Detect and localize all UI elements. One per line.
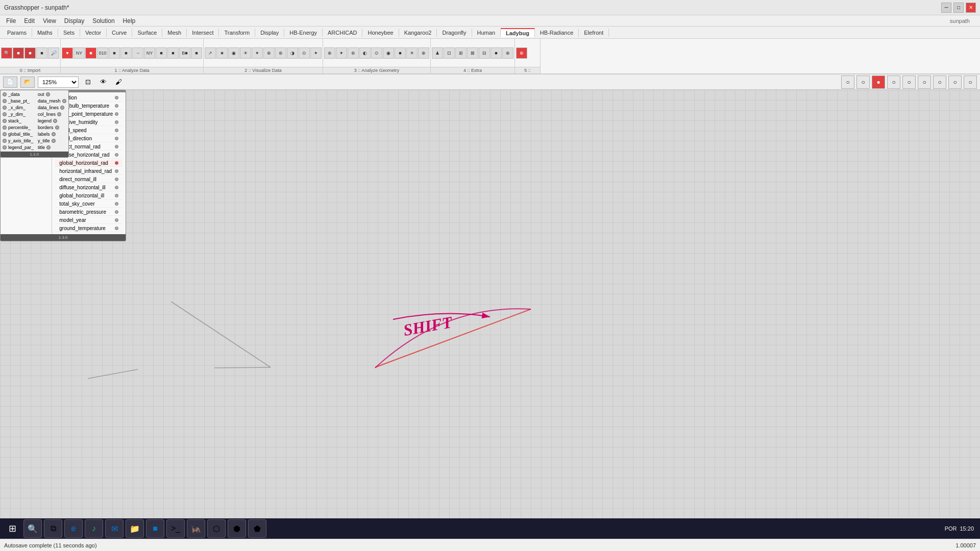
grasshopper-canvas[interactable]: _useStartToggle False _epw_map Output 1.… [0,90,980,539]
tb-icon-3-1[interactable]: ✦ [336,47,347,59]
maximize-button[interactable]: □ [953,3,964,13]
tab-vector[interactable]: Vector [80,29,107,37]
tb-icon-0-0[interactable]: 🔍 [1,47,12,59]
tb-icon-2-3[interactable]: ☀ [240,47,251,59]
tab-hb-radiance[interactable]: HB-Radiance [535,29,579,37]
tab-curve[interactable]: Curve [107,29,132,37]
taskbar-spotify[interactable]: ♪ [85,519,103,538]
tb-icon-0-3[interactable]: ■ [36,47,47,59]
tb-icon-2-2[interactable]: ◉ [228,47,239,59]
menu-view[interactable]: View [39,16,60,26]
tb-icon-2-8[interactable]: ⊙ [299,47,310,59]
tab-surface[interactable]: Surface [132,29,162,37]
tb-icon-3-7[interactable]: ☀ [406,47,418,59]
tb-icon-4-2[interactable]: ⊞ [455,47,467,59]
tab-maths[interactable]: Maths [32,29,58,37]
tab-dragonfly[interactable]: Dragonfly [437,29,472,37]
taskbar-edge[interactable]: e [64,519,83,538]
tab-sets[interactable]: Sets [58,29,80,37]
view-btn-6[interactable]: ○ [933,76,946,89]
tab-honeybee[interactable]: Honeybee [362,29,399,37]
tb-icon-2-0[interactable]: ↗ [205,47,216,59]
minimize-button[interactable]: ─ [941,3,951,13]
tab-mesh[interactable]: Mesh [162,29,187,37]
taskbar-task-view[interactable]: ⧉ [44,519,62,538]
menu-display[interactable]: Display [60,16,88,26]
zoom-select[interactable]: 125% 100% 75% 50% [38,77,79,88]
tb-icon-1-9[interactable]: ■ [167,47,179,59]
menu-solution[interactable]: Solution [88,16,118,26]
tb-icon-4-3[interactable]: ⊠ [467,47,478,59]
tb-icon-1-3[interactable]: 010 [97,47,108,59]
tb-icon-1-2[interactable]: ■ [85,47,96,59]
view-btn-4[interactable]: ○ [902,76,916,89]
tb-icon-1-5[interactable]: ■ [120,47,132,59]
view-btn-7[interactable]: ○ [948,76,962,89]
tb-icon-2-1[interactable]: ★ [216,47,228,59]
tb-icon-3-5[interactable]: ◉ [383,47,394,59]
tb-icon-2-9[interactable]: ✦ [310,47,322,59]
taskbar-search[interactable]: 🔍 [23,519,42,538]
tab-transform[interactable]: Transform [219,29,255,37]
tb-icon-1-1[interactable]: NY [74,47,85,59]
tb-icon-3-2[interactable]: ⊛ [348,47,359,59]
tb-icon-2-5[interactable]: ⊕ [263,47,275,59]
taskbar-app10[interactable]: ⬡ [207,519,226,538]
menu-edit[interactable]: Edit [20,16,39,26]
taskbar-explorer[interactable]: 📁 [126,519,144,538]
tb-icon-3-4[interactable]: ⊙ [371,47,382,59]
menu-help[interactable]: Help [119,16,140,26]
tb-icon-3-6[interactable]: ■ [395,47,406,59]
tb-icon-2-6[interactable]: ⊛ [275,47,286,59]
tb-icon-5-0[interactable]: ⊕ [516,47,527,59]
tb-icon-3-8[interactable]: ⊕ [418,47,429,59]
taskbar-app11[interactable]: ⬢ [228,519,246,538]
tab-params[interactable]: Params [2,29,32,37]
menu-file[interactable]: File [2,16,20,26]
view-btn-2[interactable]: ● [872,76,885,89]
tb-icon-0-2[interactable]: ■ [24,47,36,59]
tb-icon-2-7[interactable]: ◑ [287,47,298,59]
tab-ladybug[interactable]: Ladybug [501,28,535,37]
tb-icon-0-4[interactable]: 🔎 [48,47,59,59]
paint-button[interactable]: 🖌 [112,76,125,88]
tb-icon-4-5[interactable]: ■ [491,47,502,59]
taskbar-terminal[interactable]: >_ [166,519,185,538]
tb-icon-1-11[interactable]: ■ [191,47,202,59]
taskbar-outlook[interactable]: ✉ [105,519,124,538]
tb-icon-3-0[interactable]: ⊕ [324,47,335,59]
tb-icon-3-3[interactable]: ◐ [359,47,371,59]
taskbar-gh[interactable]: 🦗 [187,519,205,538]
fit-view-button[interactable]: ⊡ [82,76,94,88]
start-button[interactable]: ⊞ [2,518,22,539]
tb-icon-1-7[interactable]: NY [144,47,155,59]
tab-archicad[interactable]: ARCHICAD [323,29,362,37]
view-btn-8[interactable]: ○ [964,76,977,89]
taskbar-app12[interactable]: ⬟ [248,519,266,538]
close-button[interactable]: ✕ [966,3,976,13]
tb-icon-4-4[interactable]: ⊟ [479,47,490,59]
tb-icon-2-4[interactable]: ✦ [252,47,263,59]
tab-elefront[interactable]: Elefront [579,29,609,37]
view-btn-1[interactable]: ○ [856,76,870,89]
tb-icon-1-8[interactable]: ■ [156,47,167,59]
taskbar-vscode[interactable]: ■ [146,519,164,538]
tab-hb-energy[interactable]: HB-Energy [284,29,323,37]
tb-icon-1-0[interactable]: ♥ [62,47,73,59]
tab-human[interactable]: Human [472,29,501,37]
tb-icon-1-10[interactable]: B■ [179,47,190,59]
tb-icon-1-4[interactable]: ■ [109,47,120,59]
view-btn-0[interactable]: ○ [841,76,854,89]
open-file-button[interactable]: 📂 [20,77,35,88]
tab-kangaroo2[interactable]: Kangaroo2 [399,29,437,37]
view-toggle[interactable]: 👁 [97,76,109,88]
tb-icon-4-6[interactable]: ⊕ [502,47,513,59]
tab-display[interactable]: Display [255,29,284,37]
tab-intersect[interactable]: Intersect [187,29,219,37]
tb-icon-0-1[interactable]: ■ [13,47,24,59]
new-file-button[interactable]: 📄 [3,77,17,88]
view-btn-3[interactable]: ○ [887,76,900,89]
tb-icon-4-0[interactable]: ♟ [432,47,443,59]
tb-icon-1-6[interactable]: → [132,47,143,59]
tb-icon-4-1[interactable]: ⊡ [444,47,455,59]
